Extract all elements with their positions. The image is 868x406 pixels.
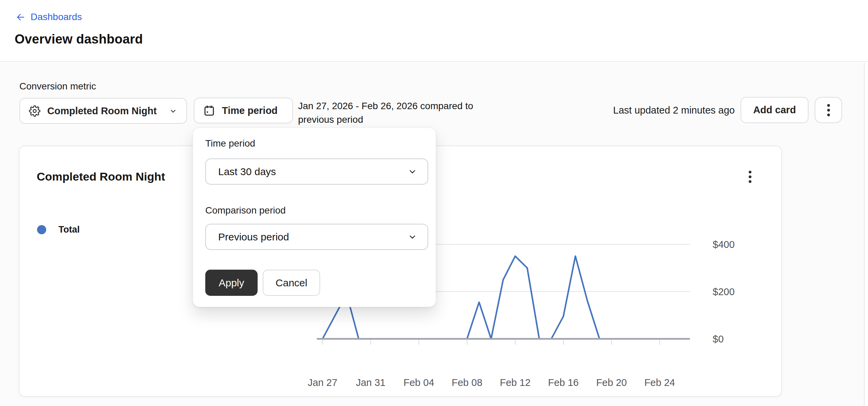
time-period-popover: Time period Last 30 days Comparison peri… — [193, 128, 436, 307]
conversion-metric-select-button[interactable]: Completed Room Night — [19, 98, 187, 124]
add-card-label: Add card — [753, 104, 796, 116]
card-title: Completed Room Night — [37, 170, 165, 183]
time-period-button-label: Time period — [222, 105, 278, 116]
last-updated-text: Last updated 2 minutes ago — [613, 105, 735, 116]
chevron-down-icon — [407, 167, 417, 176]
legend-dot-total — [37, 225, 46, 234]
legend-label: Total — [58, 224, 80, 235]
popover-time-period-label: Time period — [205, 138, 255, 149]
chevron-down-icon — [407, 232, 417, 242]
dashboard-more-actions-button[interactable] — [815, 97, 842, 123]
page-title: Overview dashboard — [15, 32, 143, 47]
conversion-metric-label: Conversion metric — [19, 81, 96, 92]
cancel-button[interactable]: Cancel — [263, 270, 320, 296]
back-to-dashboards-link[interactable]: Dashboards — [15, 12, 82, 22]
popover-comparison-label: Comparison period — [205, 205, 286, 216]
conversion-metric-value: Completed Room Night — [47, 105, 157, 117]
date-range-line1: Jan 27, 2026 - Feb 26, 2026 compared to — [298, 99, 473, 113]
gear-icon — [29, 105, 40, 117]
kebab-menu-icon — [827, 104, 830, 116]
chart-legend: Total — [37, 224, 80, 235]
arrow-left-icon — [15, 13, 26, 22]
time-period-button[interactable]: Time period — [194, 98, 293, 123]
back-link-label: Dashboards — [31, 12, 82, 22]
page-header: Dashboards Overview dashboard — [0, 0, 868, 62]
apply-button[interactable]: Apply — [205, 270, 258, 296]
comparison-select-value: Previous period — [218, 231, 289, 243]
time-period-select-value: Last 30 days — [218, 166, 276, 177]
overview-dashboard-page: Dashboards Overview dashboard Conversion… — [0, 0, 868, 406]
comparison-period-select[interactable]: Previous period — [205, 224, 428, 250]
time-period-select[interactable]: Last 30 days — [205, 158, 428, 185]
calendar-icon — [203, 105, 215, 117]
date-range-line2: previous period — [298, 113, 473, 126]
chevron-down-icon — [169, 106, 177, 116]
card-more-actions-button[interactable] — [749, 171, 751, 183]
date-range-summary: Jan 27, 2026 - Feb 26, 2026 compared to … — [298, 99, 473, 126]
add-card-button[interactable]: Add card — [741, 97, 809, 123]
